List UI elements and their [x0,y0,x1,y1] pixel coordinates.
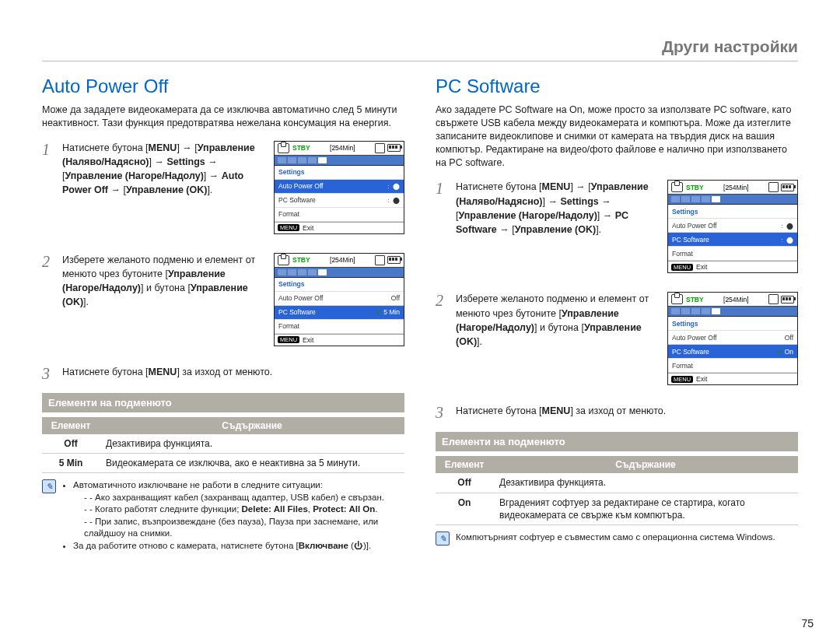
remaining-time: [254Min] [723,184,749,191]
table-row: 5 MinВидеокамерата се изключва, ако е не… [42,453,404,472]
menu-item: PC Software✔5 Min [275,306,404,320]
step-number: 3 [42,365,54,382]
page-header: Други настройки [42,37,798,61]
menu-button-icon: MENU [278,224,299,231]
note-line: - При запис, възпроизвеждане (без пауза)… [84,516,404,540]
table-cell-value: Видеокамерата се изключва, ако е неактив… [100,453,404,472]
submenu-table: Елемент Съдържание OffДезактивира функци… [436,456,798,525]
step-2: 2 Изберете желаното подменю и елемент от… [42,253,404,357]
table-col-element: Елемент [42,417,100,434]
page: Други настройки Auto Power Off Може да з… [0,0,840,642]
exit-label: Exit [303,224,313,232]
step-3: 3 Натиснете бутона [MENU] за изход от ме… [436,404,798,421]
status-stby: STBY [292,144,310,152]
submenu-heading: Елементи на подменюто [42,393,404,412]
menu-item: Format [275,320,404,334]
remaining-time: [254Min] [330,256,355,264]
menu-exit-row: MENUExit [275,222,404,233]
status-stby: STBY [686,184,704,191]
menu-tabs [668,307,797,317]
note: ✎ Автоматичното изключване не работи в с… [42,479,404,552]
step-body: Натиснете бутона [MENU] → [Управление (Н… [456,180,653,284]
battery-icon [387,144,401,152]
note-icon: ✎ [436,531,450,546]
menu-tabs [275,156,404,166]
status-stby: STBY [686,296,704,303]
table-cell-key: Off [436,473,493,493]
menu-item: Auto Power OffOff [668,331,797,345]
menu-exit-row: MENUExit [275,334,404,346]
menu-item: PC Software: ⬤ [668,233,797,247]
note-line: - Когато работят следните функции; Delet… [84,503,404,516]
battery-icon [387,256,401,264]
step-body: Натиснете бутона [MENU] за изход от меню… [456,404,666,421]
camera-mode-icon [278,255,289,265]
section-title-pc-software: PC Software [436,75,798,97]
status-stby: STBY [292,256,310,264]
sd-card-icon [375,143,385,153]
table-cell-value: Дезактивира функцията. [493,473,798,493]
menu-button-icon: MENU [278,336,299,343]
camera-mode-icon [278,143,289,153]
menu-exit-row: MENUExit [668,261,797,272]
submenu-table: Елемент Съдържание OffДезактивира функци… [42,417,404,473]
menu-item: PC Software: ⬤ [275,194,404,208]
exit-label: Exit [696,375,707,383]
table-cell-key: On [436,493,493,524]
menu-tabs [668,195,797,205]
sd-card-icon [768,294,779,304]
section-intro: Може да зададете видеокамерата да се изк… [42,103,404,130]
page-number: 75 [801,617,814,630]
step-number: 2 [42,253,54,357]
note-line: Автоматичното изключване не работи в сле… [73,479,404,492]
table-row: OnВграденият софтуер за редактиране се с… [436,493,798,524]
table-row: OffДезактивира функцията. [42,434,404,454]
battery-icon [781,296,794,303]
menu-header: Settings [668,317,797,331]
table-row: OffДезактивира функцията. [436,473,798,493]
note-line: - Ако захранващият кабел (захранващ адап… [84,492,404,504]
step-number: 1 [436,180,448,284]
step-body: Натиснете бутона [MENU] → [Управление (Н… [62,141,260,245]
figure-pc-software-menu: STBY[254Min]SettingsAuto Power Off: ⬤PC … [667,180,798,279]
step-2: 2 Изберете желаното подменю и елемент от… [436,292,798,396]
step-1: 1 Натиснете бутона [MENU] → [Управление … [436,180,798,284]
step-number: 2 [436,292,448,396]
step-body: Натиснете бутона [MENU] за изход от меню… [62,365,272,382]
figure-auto-power-off-submenu: STBY[254Min]SettingsAuto Power OffOffPC … [274,253,404,353]
table-col-content: Съдържание [493,456,798,473]
left-column: Auto Power Off Може да зададете видеокам… [42,75,404,552]
step-1: 1 Натиснете бутона [MENU] → [Управление … [42,141,404,245]
note-body: Автоматичното изключване не работи в сле… [62,479,404,552]
menu-item: Auto Power Off: ⬤ [275,180,404,194]
table-cell-value: Вграденият софтуер за редактиране се ста… [493,493,798,524]
menu-item: Auto Power OffOff [275,292,404,306]
battery-icon [781,184,794,191]
menu-header: Settings [275,166,404,180]
menu-button-icon: MENU [671,264,693,271]
table-cell-key: 5 Min [42,453,100,472]
submenu-heading: Елементи на подменюто [436,432,798,451]
step-body: Изберете желаното подменю и елемент от м… [62,253,260,357]
table-col-element: Елемент [436,456,493,473]
menu-item: Auto Power Off: ⬤ [668,219,797,233]
step-number: 3 [436,404,448,421]
step-3: 3 Натиснете бутона [MENU] за изход от ме… [42,365,404,382]
step-body: Изберете желаното подменю и елемент от м… [456,292,653,396]
menu-item: Format [668,247,797,261]
section-intro: Ако зададете PC Software на On, може про… [436,103,798,169]
menu-header: Settings [668,205,797,219]
exit-label: Exit [696,263,707,271]
sd-card-icon [768,182,779,192]
menu-exit-row: MENUExit [668,373,797,384]
right-column: PC Software Ако зададете PC Software на … [436,75,798,552]
menu-header: Settings [275,278,404,292]
sd-card-icon [375,255,385,265]
step-number: 1 [42,141,54,245]
content-columns: Auto Power Off Може да зададете видеокам… [42,75,798,552]
menu-item: Format [275,208,404,222]
menu-item: PC Software✔On [668,345,797,359]
figure-auto-power-off-menu: STBY[254Min]SettingsAuto Power Off: ⬤PC … [274,141,404,240]
section-title-auto-power-off: Auto Power Off [42,75,404,97]
table-cell-key: Off [42,434,100,454]
